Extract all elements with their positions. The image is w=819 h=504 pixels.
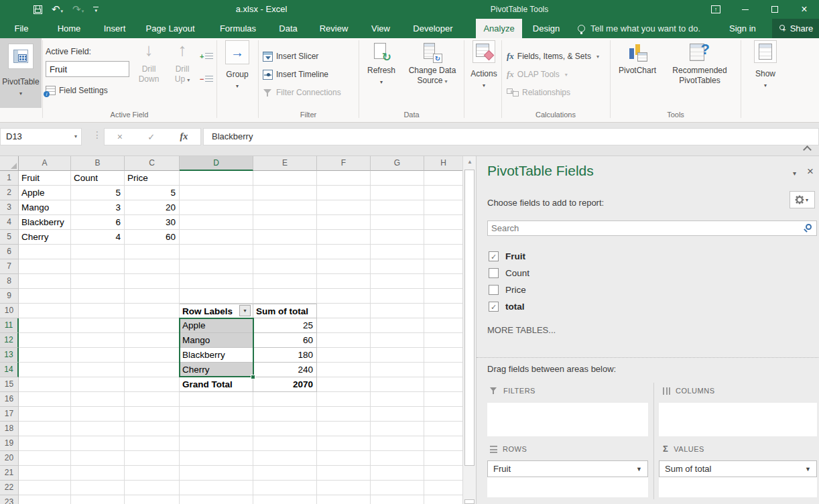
cell-A17[interactable]: [19, 407, 71, 422]
actions-button[interactable]: Actions ▾: [466, 40, 501, 90]
row-header-8[interactable]: 8: [0, 274, 19, 289]
cell-G15[interactable]: [371, 377, 424, 392]
cell-B17[interactable]: [71, 407, 125, 422]
cell-B8[interactable]: [71, 274, 125, 289]
cell-C20[interactable]: [125, 451, 180, 466]
cell-E16[interactable]: [253, 392, 317, 407]
cell-F2[interactable]: [317, 186, 371, 200]
cell-H4[interactable]: [424, 215, 462, 230]
field-checkbox-total[interactable]: ✓: [489, 302, 499, 312]
scrollbar-thumb[interactable]: [464, 170, 475, 466]
scroll-up-icon[interactable]: ▲: [463, 156, 477, 168]
field-item-fruit[interactable]: ✓Fruit: [489, 250, 525, 262]
row-header-14[interactable]: 14: [0, 363, 19, 377]
cell-G21[interactable]: [371, 466, 424, 481]
rows-field-dropdown-arrow[interactable]: ▼: [636, 466, 642, 472]
cell-H9[interactable]: [424, 289, 462, 304]
field-checkbox-count[interactable]: [489, 268, 499, 278]
cell-H1[interactable]: [424, 171, 462, 186]
cell-H10[interactable]: [424, 304, 462, 318]
field-checkbox-price[interactable]: [489, 285, 499, 295]
pane-options-chevron-icon[interactable]: ▾: [793, 170, 796, 177]
columns-drop-area[interactable]: [659, 403, 817, 436]
cell-A18[interactable]: [19, 422, 71, 436]
cell-E14[interactable]: 240: [253, 363, 317, 377]
cell-B6[interactable]: [71, 245, 125, 259]
row-header-20[interactable]: 20: [0, 451, 19, 466]
insert-function-icon[interactable]: fx: [180, 131, 188, 142]
insert-slicer-button[interactable]: Insert Slicer: [263, 50, 318, 63]
cell-D9[interactable]: [180, 289, 253, 304]
formula-bar-grip[interactable]: ⋮: [92, 129, 102, 140]
cell-A21[interactable]: [19, 466, 71, 481]
cell-D7[interactable]: [180, 259, 253, 274]
row-header-22[interactable]: 22: [0, 481, 19, 495]
more-tables-link[interactable]: MORE TABLES...: [487, 325, 556, 335]
cell-C1[interactable]: Price: [125, 171, 180, 186]
cell-A12[interactable]: [19, 333, 71, 348]
cell-F18[interactable]: [317, 422, 371, 436]
column-header-F[interactable]: F: [317, 156, 371, 171]
cell-H13[interactable]: [424, 348, 462, 363]
cell-B14[interactable]: [71, 363, 125, 377]
column-header-B[interactable]: B: [71, 156, 125, 171]
cell-B20[interactable]: [71, 451, 125, 466]
cell-F7[interactable]: [317, 259, 371, 274]
cell-B18[interactable]: [71, 422, 125, 436]
cell-H12[interactable]: [424, 333, 462, 348]
cell-D17[interactable]: [180, 407, 253, 422]
tab-insert[interactable]: Insert: [95, 19, 134, 38]
cell-E15[interactable]: 2070: [253, 377, 317, 392]
cell-A20[interactable]: [19, 451, 71, 466]
cell-A5[interactable]: Cherry: [19, 230, 71, 245]
undo-button[interactable]: ↶▾: [52, 3, 63, 15]
share-button[interactable]: Share: [772, 19, 819, 38]
cell-A6[interactable]: [19, 245, 71, 259]
cell-E21[interactable]: [253, 466, 317, 481]
cell-E11[interactable]: 25: [253, 318, 317, 333]
cell-E9[interactable]: [253, 289, 317, 304]
tell-me-box[interactable]: Tell me what you want to do.: [578, 19, 700, 38]
cell-F11[interactable]: [317, 318, 371, 333]
tab-design[interactable]: Design: [525, 19, 568, 38]
cell-F16[interactable]: [317, 392, 371, 407]
row-header-13[interactable]: 13: [0, 348, 19, 363]
ribbon-display-options-button[interactable]: ↑: [701, 0, 731, 19]
cell-F19[interactable]: [317, 436, 371, 451]
cell-H21[interactable]: [424, 466, 462, 481]
cell-F5[interactable]: [317, 230, 371, 245]
group-button[interactable]: → Group ▾: [220, 40, 255, 91]
cell-G10[interactable]: [371, 304, 424, 318]
cell-E6[interactable]: [253, 245, 317, 259]
close-button[interactable]: ×: [790, 0, 819, 19]
cell-C2[interactable]: 5: [125, 186, 180, 200]
cell-H5[interactable]: [424, 230, 462, 245]
row-header-1[interactable]: 1: [0, 171, 19, 186]
cell-H11[interactable]: [424, 318, 462, 333]
column-header-E[interactable]: E: [253, 156, 317, 171]
cell-H8[interactable]: [424, 274, 462, 289]
cell-G16[interactable]: [371, 392, 424, 407]
row-header-15[interactable]: 15: [0, 377, 19, 392]
row-header-7[interactable]: 7: [0, 259, 19, 274]
field-checkbox-fruit[interactable]: ✓: [489, 251, 499, 261]
cell-E2[interactable]: [253, 186, 317, 200]
cell-H20[interactable]: [424, 451, 462, 466]
cell-F3[interactable]: [317, 200, 371, 215]
confirm-entry-icon[interactable]: ✓: [147, 132, 155, 142]
cell-H6[interactable]: [424, 245, 462, 259]
cell-C3[interactable]: 20: [125, 200, 180, 215]
formula-input[interactable]: Blackberry: [203, 128, 819, 145]
cell-D2[interactable]: [180, 186, 253, 200]
cell-G12[interactable]: [371, 333, 424, 348]
minimize-button[interactable]: [731, 0, 760, 19]
cell-H7[interactable]: [424, 259, 462, 274]
cell-E5[interactable]: [253, 230, 317, 245]
cell-B3[interactable]: 3: [71, 200, 125, 215]
tab-page-layout[interactable]: Page Layout: [139, 19, 201, 38]
values-field-dropdown-arrow[interactable]: ▼: [805, 466, 811, 472]
cell-C7[interactable]: [125, 259, 180, 274]
cell-H2[interactable]: [424, 186, 462, 200]
cell-H14[interactable]: [424, 363, 462, 377]
cell-E13[interactable]: 180: [253, 348, 317, 363]
